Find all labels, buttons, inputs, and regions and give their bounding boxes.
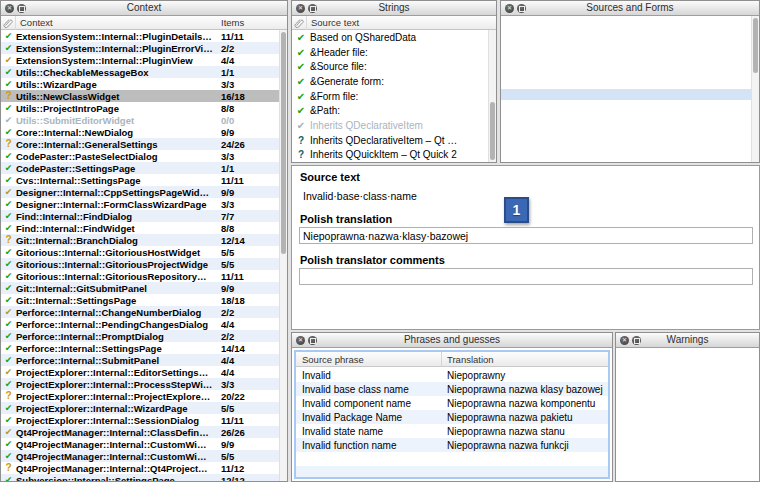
context-row[interactable]: Utils::NewClassWidget 16/18 (1, 90, 279, 102)
context-row[interactable]: Qt4ProjectManager::Internal::Qt4Project…… (1, 462, 279, 474)
context-row[interactable]: ExtensionSystem::Internal::PluginDetails… (1, 30, 279, 42)
float-icon[interactable] (17, 4, 26, 13)
context-row[interactable]: Qt4ProjectManager::Internal::ClassDefin…… (1, 426, 279, 438)
phrase-row[interactable]: Invalid function name Niepoprawna nazwa … (296, 438, 608, 452)
items-count: 3/3 (221, 79, 279, 90)
context-name: Perforce::Internal::PendingChangesDialog (16, 319, 221, 330)
items-count: 4/4 (221, 355, 279, 366)
context-row[interactable]: Gitorious::Internal::GitoriousProjectWid… (1, 258, 279, 270)
float-icon[interactable] (308, 336, 317, 345)
phrases-table-header[interactable]: Source phrase Translation (296, 352, 608, 367)
translation-input[interactable] (299, 227, 753, 244)
context-row[interactable]: Qt4ProjectManager::Internal::CustomWi… 9… (1, 438, 279, 450)
context-row[interactable]: Designer::Internal::CppSettingsPageWid… … (1, 186, 279, 198)
context-row[interactable]: Perforce::Internal::PromptDialog 2/2 (1, 330, 279, 342)
context-column-header[interactable]: Context Items (1, 16, 287, 30)
context-scrollbar[interactable] (279, 30, 287, 481)
context-name: Core::Internal::GeneralSettings (16, 139, 221, 150)
context-row[interactable]: Gitorious::Internal::GitoriousRepository… (1, 270, 279, 282)
context-row[interactable]: Utils::CheckableMessageBox 1/1 (1, 66, 279, 78)
context-row[interactable]: ExtensionSystem::Internal::PluginView 4/… (1, 54, 279, 66)
string-row[interactable]: &Generate form: (292, 74, 488, 89)
string-row[interactable]: &Path: (292, 103, 488, 118)
context-row[interactable]: Utils::SubmitEditorWidget 0/0 (1, 114, 279, 126)
float-icon[interactable] (308, 4, 317, 13)
status-icon (1, 330, 16, 342)
context-row[interactable]: Perforce::Internal::SettingsPage 14/14 (1, 342, 279, 354)
context-row[interactable]: Git::Internal::BranchDialog 12/14 (1, 234, 279, 246)
context-row[interactable]: Perforce::Internal::SubmitPanel 4/4 (1, 354, 279, 366)
items-count: 3/3 (221, 199, 279, 210)
context-row[interactable]: Qt4ProjectManager::Internal::CustomWi… 5… (1, 450, 279, 462)
close-icon[interactable] (5, 4, 14, 13)
context-row[interactable]: Utils::WizardPage 3/3 (1, 78, 279, 90)
context-row[interactable]: Perforce::Internal::ChangeNumberDialog 2… (1, 306, 279, 318)
context-row[interactable]: Perforce::Internal::PendingChangesDialog… (1, 318, 279, 330)
strings-panel: Strings Source text Based on QSharedData… (291, 0, 497, 163)
phrase-source: Invalid base class name (296, 384, 442, 395)
close-icon[interactable] (296, 336, 305, 345)
context-row[interactable]: ProjectExplorer::Internal::EditorSetting… (1, 366, 279, 378)
items-count: 3/3 (221, 379, 279, 390)
context-row[interactable]: Git::Internal::GitSubmitPanel 9/9 (1, 282, 279, 294)
context-row[interactable]: ProjectExplorer::Internal::ProjectExplor… (1, 390, 279, 402)
items-count: 5/5 (221, 403, 279, 414)
context-row[interactable]: Cvs::Internal::SettingsPage 11/11 (1, 174, 279, 186)
context-row[interactable]: Core::Internal::NewDialog 9/9 (1, 126, 279, 138)
close-icon[interactable] (620, 336, 629, 345)
sources-scrollbar[interactable] (751, 16, 759, 162)
context-row[interactable]: ProjectExplorer::Internal::ProcessStepWi… (1, 378, 279, 390)
items-count: 12/14 (221, 235, 279, 246)
context-row[interactable]: Utils::ProjectIntroPage 8/8 (1, 102, 279, 114)
phrase-translation: Niepoprawna nazwa stanu (442, 426, 608, 437)
string-row[interactable]: Inherits QDeclarativeItem (292, 118, 488, 133)
float-icon[interactable] (517, 4, 526, 13)
phrase-row[interactable]: Invalid component name Niepoprawna nazwa… (296, 396, 608, 410)
items-count: 4/4 (221, 55, 279, 66)
string-row[interactable]: Inherits QQuickItem – Qt Quick 2 (292, 148, 488, 163)
context-name: Gitorious::Internal::GitoriousProjectWid… (16, 259, 221, 270)
context-row[interactable]: Gitorious::Internal::GitoriousHostWidget… (1, 246, 279, 258)
context-row[interactable]: CodePaster::PasteSelectDialog 3/3 (1, 150, 279, 162)
items-column-label: Items (221, 17, 287, 28)
items-count: 4/4 (221, 319, 279, 330)
string-source-text: Inherits QDeclarativeItem (310, 120, 488, 131)
strings-column-header[interactable]: Source text (292, 16, 496, 30)
phrase-row[interactable]: Invalid Niepoprawny (296, 368, 608, 382)
string-row[interactable]: &Form file: (292, 89, 488, 104)
status-icon (1, 282, 16, 294)
phrase-row[interactable]: Invalid state name Niepoprawna nazwa sta… (296, 424, 608, 438)
string-row[interactable]: Inherits QDeclarativeItem – Qt … (292, 133, 488, 148)
context-row[interactable]: Core::Internal::GeneralSettings 24/26 (1, 138, 279, 150)
context-row[interactable]: Find::Internal::FindWidget 8/8 (1, 222, 279, 234)
phrase-row[interactable]: Invalid Package Name Niepoprawna nazwa p… (296, 410, 608, 424)
translator-comments-input[interactable] (299, 268, 753, 285)
context-row[interactable]: Designer::Internal::FormClassWizardPage … (1, 198, 279, 210)
close-icon[interactable] (505, 4, 514, 13)
sources-scrollbar-thumb[interactable] (753, 18, 758, 73)
context-row[interactable]: CodePaster::SettingsPage 1/1 (1, 162, 279, 174)
strings-scrollbar-thumb[interactable] (490, 102, 495, 160)
context-row[interactable]: Find::Internal::FindDialog 7/7 (1, 210, 279, 222)
string-row[interactable]: Based on QSharedData (292, 30, 488, 45)
phrase-row[interactable]: Invalid base class name Niepoprawna nazw… (296, 382, 608, 396)
string-row[interactable]: &Header file: (292, 45, 488, 60)
context-name: Git::Internal::BranchDialog (16, 235, 221, 246)
strings-scrollbar[interactable] (488, 30, 496, 162)
context-name: Git::Internal::GitSubmitPanel (16, 283, 221, 294)
context-row[interactable]: Subversion::Internal::SettingsPage 12/12 (1, 474, 279, 481)
close-icon[interactable] (296, 4, 305, 13)
items-count: 9/9 (221, 439, 279, 450)
items-count: 24/26 (221, 139, 279, 150)
phrase-translation: Niepoprawna nazwa klasy bazowej (442, 384, 608, 395)
context-row[interactable]: ProjectExplorer::Internal::SessionDialog… (1, 414, 279, 426)
phrase-source: Invalid (296, 370, 442, 381)
items-count: 2/2 (221, 331, 279, 342)
string-row[interactable]: &Source file: (292, 59, 488, 74)
context-scrollbar-thumb[interactable] (281, 32, 286, 254)
context-row[interactable]: ExtensionSystem::Internal::PluginErrorVi… (1, 42, 279, 54)
float-icon[interactable] (632, 336, 641, 345)
context-row[interactable]: ProjectExplorer::Internal::WizardPage 5/… (1, 402, 279, 414)
context-row[interactable]: Git::Internal::SettingsPage 18/18 (1, 294, 279, 306)
status-icon (1, 258, 16, 270)
